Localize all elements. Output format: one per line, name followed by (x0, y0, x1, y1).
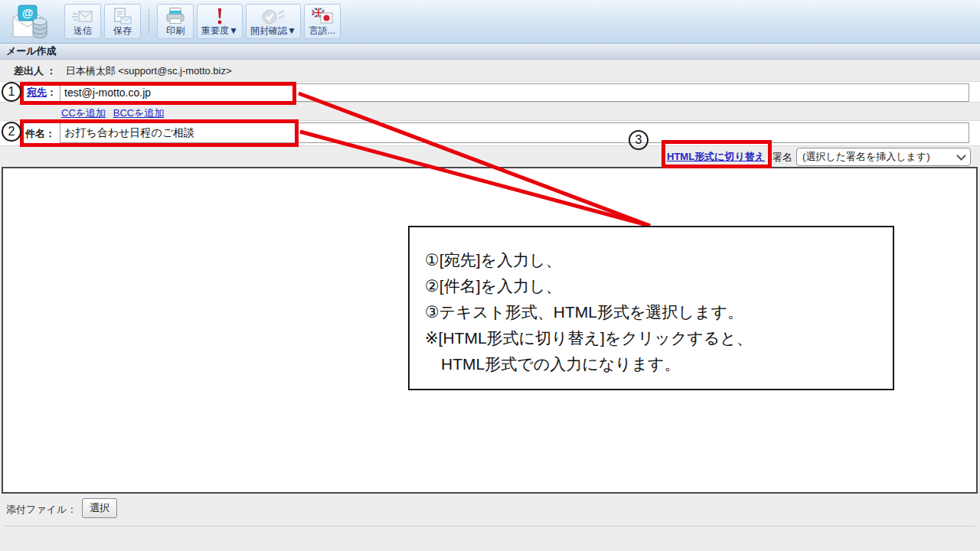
language-flags-icon (311, 6, 334, 25)
add-bcc-link[interactable]: BCCを追加 (113, 107, 165, 119)
signature-selected-option: (選択した署名を挿入します) (802, 150, 930, 164)
language-button-label: 言語... (309, 25, 335, 36)
toolbar-separator (149, 9, 149, 34)
webmail-compose-screen: @ 送信 (0, 0, 980, 551)
html-format-toggle-link[interactable]: HTML形式に切り替え (667, 150, 765, 164)
webmail-app-icon: @ (9, 3, 51, 40)
callout-number-3: 3 (629, 130, 648, 150)
bottom-divider (5, 526, 975, 527)
save-button[interactable]: 保存 (104, 4, 141, 39)
signature-select[interactable]: (選択した署名を挿入します) (796, 148, 971, 166)
to-input[interactable] (60, 83, 969, 102)
importance-button-label: 重要度▼ (201, 25, 238, 36)
printer-icon (165, 6, 186, 25)
read-receipt-button[interactable]: 開封確認▼ (246, 4, 301, 39)
page-title: メール作成 (0, 44, 980, 60)
subject-input[interactable] (60, 122, 969, 143)
callout-number-2: 2 (2, 122, 21, 142)
subject-label: 件名： (25, 127, 55, 141)
note-line: ※[HTML形式に切り替え]をクリックすると、 (425, 325, 885, 351)
send-button[interactable]: 送信 (64, 4, 101, 39)
from-label: 差出人 ： (14, 64, 57, 78)
language-button[interactable]: 言語... (304, 4, 341, 39)
svg-text:@: @ (22, 6, 34, 19)
importance-button[interactable]: 重要度▼ (197, 4, 243, 39)
save-draft-icon (113, 6, 132, 25)
to-label-separator: ： (47, 86, 57, 98)
add-cc-link[interactable]: CCを追加 (61, 107, 106, 119)
read-receipt-button-label: 開封確認▼ (250, 25, 296, 36)
from-row: 差出人 ： 日本橋太郎 <support@sc.j-motto.biz> (0, 60, 980, 81)
note-line: ②[件名]を入力し、 (425, 273, 885, 299)
read-receipt-check-icon (261, 6, 286, 25)
note-line: HTML形式での入力になります。 (425, 351, 885, 377)
callout-number-1: 1 (2, 82, 21, 102)
cc-bcc-row: CCを追加 BCCを追加 (61, 106, 168, 120)
send-envelope-icon (71, 6, 94, 25)
print-button[interactable]: 印刷 (157, 4, 194, 39)
save-button-label: 保存 (113, 25, 132, 36)
to-addressbook-link[interactable]: 宛先 (27, 86, 47, 98)
from-value: 日本橋太郎 <support@sc.j-motto.biz> (66, 64, 232, 78)
annotation-note-box: ①[宛先]を入力し、 ②[件名]を入力し、 ③テキスト形式、HTML形式を選択し… (408, 226, 894, 390)
attachment-label: 添付ファイル： (6, 503, 77, 517)
print-button-label: 印刷 (166, 25, 185, 36)
send-button-label: 送信 (74, 25, 92, 36)
toolbar: @ 送信 (0, 0, 980, 44)
to-label-wrap: 宛先： (27, 86, 57, 99)
note-line: ③テキスト形式、HTML形式を選択します。 (425, 299, 885, 325)
note-line: ①[宛先]を入力し、 (425, 247, 885, 273)
chevron-down-icon (956, 151, 966, 161)
attachment-select-button[interactable]: 選択 (82, 498, 117, 518)
importance-exclamation-icon (214, 6, 225, 25)
